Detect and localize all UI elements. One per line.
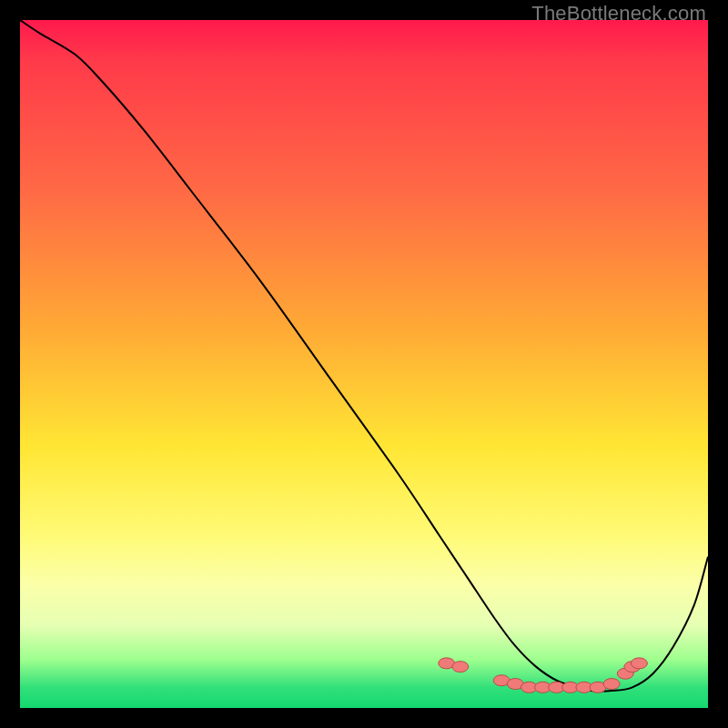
marker-dot: [452, 662, 469, 672]
marker-dot: [603, 679, 620, 690]
watermark-text: TheBottleneck.com: [531, 2, 706, 25]
bottleneck-curve: [20, 20, 708, 692]
marker-dot: [631, 658, 647, 669]
chart-svg: [20, 20, 708, 708]
highlight-markers: [439, 658, 648, 693]
chart-frame: TheBottleneck.com: [0, 0, 728, 728]
chart-plot-area: [20, 20, 708, 708]
